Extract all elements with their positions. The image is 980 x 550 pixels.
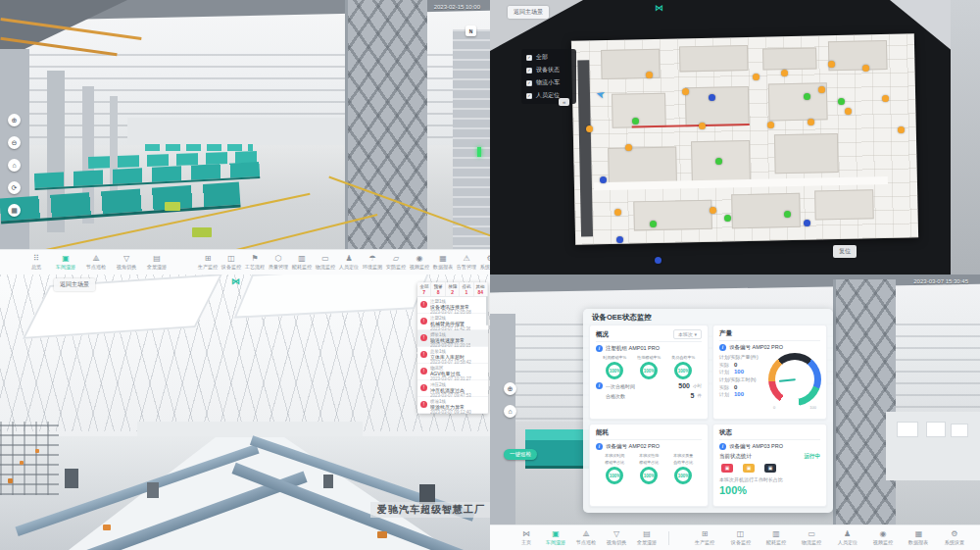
map-reset-button[interactable]: 复位: [833, 245, 857, 258]
toolbar-item[interactable]: ▥ 能耗监控: [764, 530, 788, 545]
toolbar-item[interactable]: ▦ 数据报表: [906, 530, 930, 545]
toolbar-item[interactable]: ◫ 设备监控: [220, 255, 243, 270]
map-marker[interactable]: [808, 119, 814, 125]
view-nav-button[interactable]: ⊕: [8, 114, 21, 126]
legend-row[interactable]: ✓ 物流小车: [526, 78, 571, 87]
map-marker[interactable]: [898, 126, 905, 133]
map-marker[interactable]: [804, 220, 810, 226]
map-marker[interactable]: [625, 144, 632, 151]
toolbar-item[interactable]: ▽ 视角切换: [115, 255, 138, 270]
alarm-scrollbar[interactable]: [486, 296, 488, 325]
map-marker[interactable]: [600, 176, 607, 183]
alarm-list-item[interactable]: ! 注塑1线 设备通讯连接异常 2023-03-07 12:05:08: [417, 297, 488, 314]
map-marker[interactable]: [646, 72, 653, 78]
map-marker[interactable]: [838, 98, 845, 105]
toolbar-item[interactable]: ▭ 物流监控: [314, 255, 337, 270]
toolbar-item[interactable]: ⚠ 告警管理: [455, 255, 478, 270]
checkbox-icon[interactable]: ✓: [526, 68, 532, 74]
map-marker[interactable]: [818, 86, 825, 93]
toolbar-item[interactable]: ▱ 安防监控: [384, 255, 408, 270]
toolbar-item[interactable]: ♟ 人员定位: [836, 530, 859, 545]
toolbar-item[interactable]: ▭ 物流监控: [800, 530, 823, 545]
legend-row[interactable]: ✓ 全部: [526, 53, 571, 62]
alarm-tab[interactable]: 停机 1: [460, 282, 473, 296]
checkbox-icon[interactable]: ✓: [526, 55, 532, 61]
alarm-list-item[interactable]: ! 总装1线 立体库入库超时 2023-03-07 10:58:42: [417, 347, 488, 364]
map-marker[interactable]: [724, 215, 731, 222]
machine-status-icon[interactable]: ▣: [743, 464, 755, 473]
alarm-list-item[interactable]: ! 冲压2线 冲压机温度过高 2023-03-07 09:47:53: [417, 380, 488, 397]
view-nav-button[interactable]: ⟳: [8, 181, 21, 194]
map-marker[interactable]: [882, 95, 889, 102]
view-nav-button[interactable]: ▦: [8, 204, 21, 217]
device-name: 设备编号 AMP02 PRO: [729, 344, 783, 351]
legend-row[interactable]: ✓ 设备状态: [526, 66, 571, 75]
toolbar-item[interactable]: ⠿ 总览: [25, 255, 47, 270]
toolbar-item[interactable]: ⚙ 系统设置: [943, 530, 966, 545]
map-marker[interactable]: [715, 158, 722, 165]
map-marker[interactable]: [845, 108, 852, 115]
toolbar-item[interactable]: ⚙ 系统设置: [478, 255, 490, 270]
machine-status-icon[interactable]: ▣: [764, 464, 776, 473]
map-marker[interactable]: [614, 209, 621, 216]
toolbar-item[interactable]: ⊞ 生产监控: [693, 530, 716, 545]
map-marker[interactable]: [710, 207, 716, 214]
map-marker[interactable]: [682, 88, 689, 95]
alarm-tab[interactable]: 故障 2: [446, 282, 460, 296]
map-marker[interactable]: [828, 61, 835, 68]
map-marker[interactable]: [632, 118, 639, 125]
alarm-list-item[interactable]: ! 焊装1线 输送线速度异常 2023-03-07 11:20:15: [417, 330, 488, 347]
range-select[interactable]: 本班次 ▾: [673, 329, 702, 339]
view-nav-button[interactable]: ⌂: [504, 405, 516, 418]
map-marker[interactable]: [804, 93, 810, 100]
toolbar-item[interactable]: ◉ 视频监控: [871, 530, 895, 545]
toolbar-item[interactable]: ⬡ 质量管理: [267, 255, 290, 270]
back-to-scene-button[interactable]: 返回主场景: [54, 278, 95, 291]
alarm-tab[interactable]: 其他 84: [474, 282, 488, 296]
map-marker[interactable]: [616, 236, 623, 243]
toolbar-item[interactable]: ⊞ 生产监控: [196, 255, 220, 270]
view-nav-button[interactable]: ⌂: [8, 159, 21, 172]
toolbar-item[interactable]: ▥ 能耗监控: [290, 255, 314, 270]
view-nav-button[interactable]: ⊕: [504, 382, 516, 395]
toolbar-item[interactable]: ▣ 车间漫游: [54, 255, 77, 270]
map-marker[interactable]: [586, 125, 593, 132]
alarm-tab[interactable]: 预警 8: [431, 282, 445, 296]
back-to-scene-button[interactable]: 返回主场景: [508, 6, 549, 19]
map-marker[interactable]: [753, 74, 760, 80]
toolbar-item[interactable]: ▽ 视角切换: [605, 530, 628, 545]
compass-widget[interactable]: N: [466, 25, 476, 36]
machine-status-icon[interactable]: ▣: [721, 464, 733, 473]
map-marker[interactable]: [781, 70, 788, 76]
toolbar-item[interactable]: ◉ 视频监控: [408, 255, 431, 270]
status-value[interactable]: 运行中: [805, 453, 821, 460]
map-marker[interactable]: [699, 123, 706, 129]
toolbar-item[interactable]: ⟁ 节点巡检: [574, 530, 598, 545]
toolbar-item[interactable]: ☂ 环境监测: [361, 255, 384, 270]
scene-timestamp: 2023-03-07 15:30:45: [913, 278, 968, 284]
patrol-button[interactable]: 一键巡检: [504, 449, 537, 460]
map-marker[interactable]: [862, 65, 869, 72]
toolbar-item[interactable]: ▤ 全景漫游: [635, 530, 659, 545]
map-marker[interactable]: [767, 122, 774, 128]
map-marker[interactable]: [784, 211, 791, 218]
alarm-list-item[interactable]: ! 喷涂1线 喷涂线压力异常 2023-03-07 09:12:40: [417, 397, 488, 414]
alarm-list-item[interactable]: ! 物流区 AGV电量过低 2023-03-07 10:31:27: [417, 364, 488, 380]
toolbar-item[interactable]: ◫ 设备监控: [729, 530, 753, 545]
toolbar-item[interactable]: ▦ 数据报表: [431, 255, 455, 270]
checkbox-icon[interactable]: ✓: [526, 80, 532, 86]
map-marker[interactable]: [650, 221, 657, 227]
alarm-list-item[interactable]: ! 注塑2线 机械臂急停报警 2023-03-07 11:42:36: [417, 314, 488, 330]
toolbar-item[interactable]: ▤ 全景漫游: [145, 255, 169, 270]
alarm-tab[interactable]: 全部 7: [417, 282, 431, 296]
toolbar-item[interactable]: ♟ 人员定位: [337, 255, 361, 270]
checkbox-icon[interactable]: ✓: [526, 93, 532, 99]
map-marker[interactable]: [655, 257, 662, 264]
toolbar-item[interactable]: ⋈ 主页: [515, 530, 537, 545]
legend-collapse-button[interactable]: «: [559, 98, 569, 106]
toolbar-item[interactable]: ⚑ 工艺流程: [243, 255, 267, 270]
map-marker[interactable]: [709, 94, 715, 101]
toolbar-item[interactable]: ▣ 车间漫游: [544, 530, 567, 545]
toolbar-item[interactable]: ⟁ 节点巡检: [84, 255, 108, 270]
view-nav-button[interactable]: ⊖: [8, 136, 21, 149]
